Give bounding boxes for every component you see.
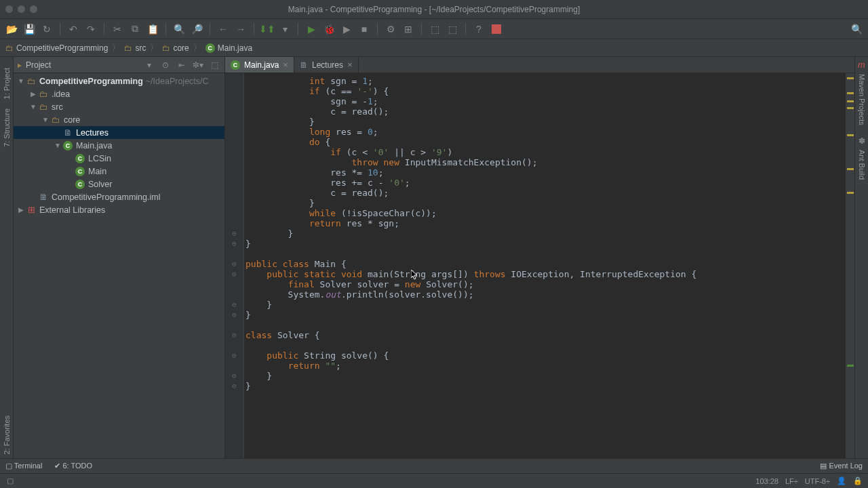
redo-icon[interactable]: ↷ (83, 22, 98, 37)
back-icon[interactable]: ← (216, 22, 231, 37)
editor-area: CMain.java×🗎Lectures× ⊖⊖⊖⊖⊖⊖⊖⊖⊖⊖ int sgn… (225, 57, 854, 458)
hide-icon[interactable]: ⬚ (208, 60, 220, 70)
ant-icon[interactable]: ✽ (859, 136, 865, 146)
close-icon[interactable]: × (283, 60, 288, 70)
sdk-icon[interactable]: ⬚ (427, 22, 442, 37)
breadcrumb-item[interactable]: 🗀src (124, 43, 146, 53)
tree-row[interactable]: CMain (14, 165, 224, 178)
editor-gutter: ⊖⊖⊖⊖⊖⊖⊖⊖⊖⊖ (225, 73, 244, 458)
project-panel: ▸ Project ▾ ⊙ ⇤ ✼▾ ⬚ ▼🗀CompetitiveProgra… (14, 57, 225, 458)
editor-tab[interactable]: 🗎Lectures× (294, 57, 359, 73)
left-tool-strip: 1: Project 7: Structure 2: Favorites (0, 57, 14, 458)
code-area[interactable]: int sgn = 1; if (c == '-') { sgn = -1; c… (244, 73, 845, 458)
tree-row[interactable]: ▼🗀src (14, 100, 224, 113)
status-bar: ▢ 103:28 LF÷ UTF-8÷ 👤 🔒 (0, 473, 868, 488)
coverage-icon[interactable]: ▶ (339, 22, 354, 37)
lock-icon[interactable]: 🔒 (853, 476, 863, 485)
cursor-position[interactable]: 103:28 (755, 477, 778, 485)
cut-icon[interactable]: ✂ (110, 22, 125, 37)
breadcrumb-item[interactable]: CMain.java (205, 43, 252, 53)
project-tree[interactable]: ▼🗀CompetitiveProgramming ~/IdeaProjects/… (14, 73, 224, 458)
settings-icon[interactable]: ✼▾ (192, 60, 204, 70)
status-icon[interactable]: ▢ (7, 476, 14, 485)
help-icon[interactable]: ? (471, 22, 486, 37)
refresh-icon[interactable]: ↻ (39, 22, 54, 37)
zoom-out-icon[interactable]: 🔎 (189, 22, 204, 37)
tree-row[interactable]: 🗎CompetitiveProgramming.iml (14, 190, 224, 203)
breadcrumb-item[interactable]: 🗀CompetitiveProgramming (5, 43, 108, 53)
tree-row[interactable]: CLCSin (14, 152, 224, 165)
line-separator[interactable]: LF÷ (785, 477, 798, 485)
project-panel-header: ▸ Project ▾ ⊙ ⇤ ✼▾ ⬚ (14, 57, 224, 73)
editor-tabs: CMain.java×🗎Lectures× (225, 57, 854, 73)
maven-tool-tab[interactable]: Maven Projects (856, 70, 867, 129)
error-stripe[interactable] (845, 73, 854, 458)
tree-row[interactable]: CSolver (14, 178, 224, 190)
tree-row[interactable]: ▼🗀core (14, 113, 224, 126)
undo-icon[interactable]: ↶ (66, 22, 81, 37)
stop-icon[interactable]: ■ (357, 22, 372, 37)
locate-icon[interactable]: ⊙ (159, 60, 172, 70)
editor-body[interactable]: ⊖⊖⊖⊖⊖⊖⊖⊖⊖⊖ int sgn = 1; if (c == '-') { … (225, 73, 854, 458)
forward-icon[interactable]: → (233, 22, 248, 37)
zoom-in-icon[interactable]: 🔍 (172, 22, 186, 37)
window-title: Main.java - CompetitiveProgramming - [~/… (0, 5, 868, 14)
save-icon[interactable]: 💾 (22, 22, 37, 37)
tree-row[interactable]: ▼🗀CompetitiveProgramming ~/IdeaProjects/… (14, 75, 224, 87)
file-encoding[interactable]: UTF-8÷ (805, 477, 830, 485)
build-icon[interactable]: ⬇⬆ (260, 22, 275, 37)
close-icon[interactable]: × (347, 60, 353, 70)
bottom-tool-strip: ▢ Terminal ✔ 6: TODO ▤ Event Log (0, 458, 868, 473)
structure-icon[interactable]: ⊞ (401, 22, 416, 37)
right-tool-strip: m Maven Projects ✽ Ant Build (854, 57, 868, 458)
editor-tab[interactable]: CMain.java× (225, 57, 294, 73)
titlebar: Main.java - CompetitiveProgramming - [~/… (0, 0, 868, 19)
folder-icon: ▸ (18, 60, 22, 70)
event-log-tab[interactable]: ▤ Event Log (820, 462, 863, 470)
tree-row[interactable]: ▶🗀.idea (14, 87, 224, 100)
ant-tool-tab[interactable]: Ant Build (856, 146, 867, 184)
copy-icon[interactable]: ⧉ (127, 22, 142, 37)
android-icon[interactable]: ⬚ (445, 22, 460, 37)
project-tool-tab[interactable]: 1: Project (1, 64, 12, 103)
main-toolbar: 📂 💾 ↻ ↶ ↷ ✂ ⧉ 📋 🔍 🔎 ← → ⬇⬆ ▾ ▶ 🐞 ▶ ■ ⚙ ⊞… (0, 19, 868, 39)
tree-row[interactable]: ▼CMain.java (14, 139, 224, 152)
terminal-tool-tab[interactable]: ▢ Terminal (5, 462, 42, 470)
open-icon[interactable]: 📂 (4, 22, 19, 37)
search-everywhere-icon[interactable]: 🔍 (849, 22, 864, 37)
run-dropdown[interactable]: ▾ (277, 22, 292, 37)
project-scope-dropdown[interactable]: ▾ (143, 60, 155, 70)
structure-tool-tab[interactable]: 7: Structure (1, 104, 12, 151)
tree-row[interactable]: 🗎Lectures (14, 126, 224, 139)
breadcrumb-bar: 🗀CompetitiveProgramming〉🗀src〉🗀core〉CMain… (0, 39, 868, 57)
project-panel-title: Project (26, 60, 139, 70)
ii-icon[interactable] (489, 22, 504, 37)
breadcrumb-item[interactable]: 🗀core (162, 43, 189, 53)
profile-icon[interactable]: ⚙ (383, 22, 398, 37)
debug-icon[interactable]: 🐞 (321, 22, 336, 37)
favorites-tool-tab[interactable]: 2: Favorites (1, 411, 12, 458)
paste-icon[interactable]: 📋 (145, 22, 160, 37)
maven-icon[interactable]: m (858, 60, 865, 70)
todo-tool-tab[interactable]: ✔ 6: TODO (54, 462, 92, 470)
tree-row[interactable]: ▶⊞External Libraries (14, 203, 224, 216)
run-icon[interactable]: ▶ (304, 22, 319, 37)
collapse-icon[interactable]: ⇤ (176, 60, 188, 70)
inspection-icon[interactable]: 👤 (837, 476, 846, 485)
